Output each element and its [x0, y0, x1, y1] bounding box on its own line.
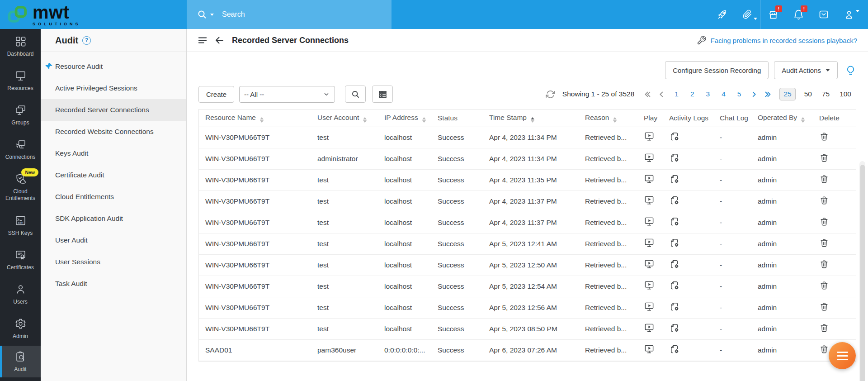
delete-button[interactable] [819, 148, 856, 169]
link-paperclip-icon[interactable] [735, 0, 760, 29]
submenu-item-task-audit[interactable]: Task Audit [41, 273, 186, 295]
whats-new-rocket-icon[interactable] [709, 0, 735, 29]
submenu-item-user-sessions[interactable]: User Sessions [41, 251, 186, 273]
submenu-item-resource-audit[interactable]: Resource Audit [41, 56, 186, 77]
col-resource-name[interactable]: Resource Name [199, 110, 317, 127]
play-session-button[interactable] [644, 297, 669, 318]
delete-button[interactable] [819, 318, 856, 339]
playback-help-link[interactable]: Facing problems in recorded sessions pla… [711, 37, 857, 44]
search-scope-caret-icon[interactable] [210, 14, 214, 16]
col-time-stamp[interactable]: Time Stamp [489, 110, 585, 127]
scrollbar-thumb[interactable] [860, 165, 865, 381]
cell-resource-name: WIN-V30PMU66T9T [199, 212, 317, 233]
activity-logs-button[interactable] [669, 127, 720, 148]
delete-button[interactable] [819, 169, 856, 190]
page-1-link[interactable]: 1 [669, 90, 684, 98]
last-page-button[interactable] [761, 90, 775, 98]
sidebar-item-dashboard[interactable]: Dashboard [0, 29, 41, 63]
play-session-button[interactable] [644, 212, 669, 233]
collapse-menu-icon[interactable] [198, 35, 208, 45]
refresh-icon[interactable] [546, 90, 555, 99]
table-search-button[interactable] [345, 86, 366, 103]
next-page-button[interactable] [747, 90, 761, 98]
play-session-button[interactable] [644, 148, 669, 169]
submenu-item-certificate-audit[interactable]: Certificate Audit [41, 164, 186, 186]
sidebar-item-audit[interactable]: Audit [0, 346, 41, 377]
submenu-item-cloud-entitlements[interactable]: Cloud Entitlements [41, 186, 186, 208]
delete-button[interactable] [819, 212, 856, 233]
configure-session-recording-button[interactable]: Configure Session Recording [665, 61, 769, 79]
submenu-item-recorded-website-connections[interactable]: Recorded Website Connections [41, 121, 186, 143]
column-chooser-button[interactable] [372, 86, 393, 103]
col-ip-address[interactable]: IP Address [384, 110, 438, 127]
audit-actions-button[interactable]: Audit Actions [774, 61, 838, 79]
cell-time-stamp: Apr 5, 2023 12:56 AM [489, 297, 585, 318]
submenu-item-keys-audit[interactable]: Keys Audit [41, 143, 186, 164]
activity-logs-button[interactable] [669, 297, 720, 318]
col-status[interactable]: Status [438, 110, 489, 127]
activity-logs-button[interactable] [669, 233, 720, 254]
sidebar-item-ssh-keys[interactable]: SSH SSH Keys [0, 208, 41, 243]
play-session-button[interactable] [644, 254, 669, 276]
user-account-icon[interactable] [836, 0, 862, 29]
play-session-button[interactable] [644, 339, 669, 361]
cell-time-stamp: Apr 4, 2023 11:37 PM [489, 212, 585, 233]
sidebar-item-certificates[interactable]: Certificates [0, 243, 41, 277]
submenu-item-user-audit[interactable]: User Audit [41, 229, 186, 251]
play-session-button[interactable] [644, 276, 669, 297]
floating-menu-button[interactable] [829, 342, 856, 369]
col-user-account[interactable]: User Account [317, 110, 384, 127]
page-size-50[interactable]: 50 [799, 90, 817, 98]
page-3-link[interactable]: 3 [700, 90, 716, 98]
submenu-item-sdk-application-audit[interactable]: SDK Application Audit [41, 208, 186, 229]
back-arrow-icon[interactable] [214, 35, 225, 46]
delete-button[interactable] [819, 233, 856, 254]
activity-logs-button[interactable] [669, 339, 720, 361]
activity-logs-button[interactable] [669, 254, 720, 276]
col-operated-by[interactable]: Operated By [758, 110, 819, 127]
inbox-mail-icon[interactable] [811, 0, 836, 29]
submenu-item-recorded-server-connections[interactable]: Recorded Server Connections [41, 99, 186, 121]
submenu-item-active-privileged-sessions[interactable]: Active Privileged Sessions [41, 77, 186, 99]
page-size-100[interactable]: 100 [835, 90, 856, 98]
filter-select[interactable]: -- All -- [239, 86, 335, 103]
previous-page-button[interactable] [655, 90, 669, 98]
activity-logs-button[interactable] [669, 212, 720, 233]
store-icon[interactable]: ! [760, 0, 786, 29]
sidebar-label: Admin [13, 333, 28, 340]
create-button[interactable]: Create [198, 86, 234, 103]
activity-logs-button[interactable] [669, 318, 720, 339]
play-session-button[interactable] [644, 127, 669, 148]
play-session-button[interactable] [644, 318, 669, 339]
activity-logs-button[interactable] [669, 276, 720, 297]
play-session-button[interactable] [644, 169, 669, 190]
global-search[interactable] [187, 0, 392, 29]
play-session-button[interactable] [644, 190, 669, 212]
sidebar-item-admin[interactable]: Admin [0, 311, 41, 346]
activity-logs-button[interactable] [669, 148, 720, 169]
sidebar-item-resources[interactable]: Resources [0, 63, 41, 98]
first-page-button[interactable] [641, 90, 655, 98]
help-icon[interactable]: ? [82, 36, 91, 45]
delete-button[interactable] [819, 297, 856, 318]
page-4-link[interactable]: 4 [716, 90, 731, 98]
notifications-bell-icon[interactable]: ! [786, 0, 811, 29]
sidebar-item-connections[interactable]: Connections [0, 132, 41, 167]
page-size-75[interactable]: 75 [817, 90, 835, 98]
search-input[interactable] [222, 10, 358, 19]
tips-bulb-icon[interactable] [845, 65, 856, 76]
page-5-link[interactable]: 5 [731, 90, 747, 98]
sidebar-item-groups[interactable]: Groups [0, 98, 41, 132]
page-2-link[interactable]: 2 [684, 90, 700, 98]
play-session-button[interactable] [644, 233, 669, 254]
sidebar-item-users[interactable]: Users [0, 277, 41, 311]
delete-button[interactable] [819, 276, 856, 297]
col-reason[interactable]: Reason [585, 110, 644, 127]
page-size-25[interactable]: 25 [779, 88, 795, 100]
activity-logs-button[interactable] [669, 169, 720, 190]
delete-button[interactable] [819, 254, 856, 276]
delete-button[interactable] [819, 190, 856, 212]
delete-button[interactable] [819, 127, 856, 148]
activity-logs-button[interactable] [669, 190, 720, 212]
sidebar-item-cloud-entitlements[interactable]: New Cloud Entitlements [0, 167, 41, 208]
